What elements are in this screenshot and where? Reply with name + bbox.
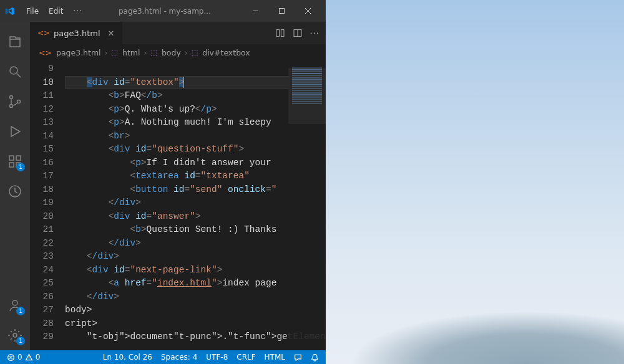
status-language[interactable]: HTML bbox=[260, 353, 290, 362]
compare-changes-icon[interactable] bbox=[275, 28, 285, 38]
minimap[interactable] bbox=[288, 60, 326, 350]
more-actions-icon[interactable]: ··· bbox=[310, 29, 319, 38]
svg-line-5 bbox=[17, 74, 21, 77]
svg-rect-10 bbox=[9, 163, 14, 167]
close-button[interactable] bbox=[295, 2, 321, 21]
html-file-icon: <> bbox=[39, 48, 52, 57]
menu-edit[interactable]: Edit bbox=[44, 7, 68, 16]
status-eol[interactable]: CRLF bbox=[232, 353, 260, 362]
menu-file[interactable]: File bbox=[21, 7, 44, 16]
svg-point-14 bbox=[12, 300, 17, 305]
timeline-icon[interactable] bbox=[0, 176, 30, 206]
menu-more-icon[interactable]: ··· bbox=[68, 7, 87, 16]
extensions-badge: 1 bbox=[16, 163, 25, 171]
extensions-icon[interactable]: 1 bbox=[0, 146, 30, 176]
svg-rect-9 bbox=[9, 156, 14, 160]
chevron-right-icon: › bbox=[185, 48, 188, 57]
svg-rect-1 bbox=[279, 9, 284, 14]
svg-point-15 bbox=[13, 333, 17, 337]
vscode-logo-icon bbox=[5, 6, 15, 16]
symbol-icon: ⬚ bbox=[112, 49, 118, 57]
chevron-right-icon: › bbox=[144, 48, 147, 57]
tab-page3-html[interactable]: <> page3.html ✕ bbox=[30, 22, 122, 44]
status-feedback-icon[interactable] bbox=[290, 353, 306, 362]
code-editor[interactable]: 9101112131415161718192021222324252627282… bbox=[30, 60, 326, 350]
svg-rect-12 bbox=[16, 156, 21, 160]
status-bar: 0 0 Ln 10, Col 26 Spaces: 4 UTF-8 CRLF H… bbox=[0, 350, 326, 364]
svg-point-4 bbox=[10, 67, 17, 74]
breadcrumb-div-textbox[interactable]: div#textbox bbox=[202, 48, 250, 57]
minimize-button[interactable] bbox=[242, 2, 268, 21]
maximize-button[interactable] bbox=[268, 2, 295, 21]
symbol-icon: ⬚ bbox=[150, 49, 157, 57]
svg-rect-17 bbox=[281, 30, 284, 37]
tab-filename: page3.html bbox=[54, 29, 100, 38]
title-bar[interactable]: File Edit ··· page3.html - my-samp... bbox=[0, 0, 326, 22]
search-icon[interactable] bbox=[0, 57, 30, 87]
source-control-icon[interactable] bbox=[0, 87, 30, 117]
breadcrumb-body[interactable]: body bbox=[162, 48, 181, 57]
tab-close-icon[interactable]: ✕ bbox=[108, 29, 115, 38]
accounts-icon[interactable]: 1 bbox=[0, 290, 30, 320]
svg-point-7 bbox=[10, 105, 13, 108]
symbol-icon: ⬚ bbox=[192, 49, 198, 57]
svg-rect-16 bbox=[276, 30, 280, 37]
status-cursor-position[interactable]: Ln 10, Col 26 bbox=[99, 353, 157, 362]
window-title: page3.html - my-samp... bbox=[87, 7, 242, 16]
vscode-window: File Edit ··· page3.html - my-samp... 1 … bbox=[0, 0, 326, 364]
activity-bar: 1 1 1 bbox=[0, 22, 30, 350]
line-number-gutter[interactable]: 9101112131415161718192021222324252627282… bbox=[30, 60, 65, 350]
breadcrumb-file[interactable]: page3.html bbox=[56, 48, 101, 57]
status-indentation[interactable]: Spaces: 4 bbox=[157, 353, 202, 362]
accounts-badge: 1 bbox=[16, 307, 25, 315]
html-file-icon: <> bbox=[37, 29, 50, 37]
breadcrumb-html[interactable]: html bbox=[122, 48, 140, 57]
status-errors[interactable]: 0 0 bbox=[2, 353, 44, 362]
code-content[interactable]: <div id="textbox"> <b>FAQ</b> <p>Q. What… bbox=[65, 60, 326, 350]
explorer-icon[interactable] bbox=[0, 27, 30, 57]
settings-gear-icon[interactable]: 1 bbox=[0, 320, 30, 350]
breadcrumb[interactable]: <> page3.html › ⬚ html › ⬚ body › ⬚ div#… bbox=[30, 44, 326, 60]
tab-bar: <> page3.html ✕ ··· bbox=[30, 22, 326, 44]
status-bell-icon[interactable] bbox=[306, 353, 323, 362]
split-editor-icon[interactable] bbox=[293, 28, 303, 38]
svg-point-8 bbox=[17, 100, 21, 103]
status-encoding[interactable]: UTF-8 bbox=[202, 353, 232, 362]
run-debug-icon[interactable] bbox=[0, 117, 30, 146]
svg-point-6 bbox=[10, 96, 13, 99]
settings-badge: 1 bbox=[16, 337, 25, 345]
chevron-right-icon: › bbox=[105, 48, 108, 57]
